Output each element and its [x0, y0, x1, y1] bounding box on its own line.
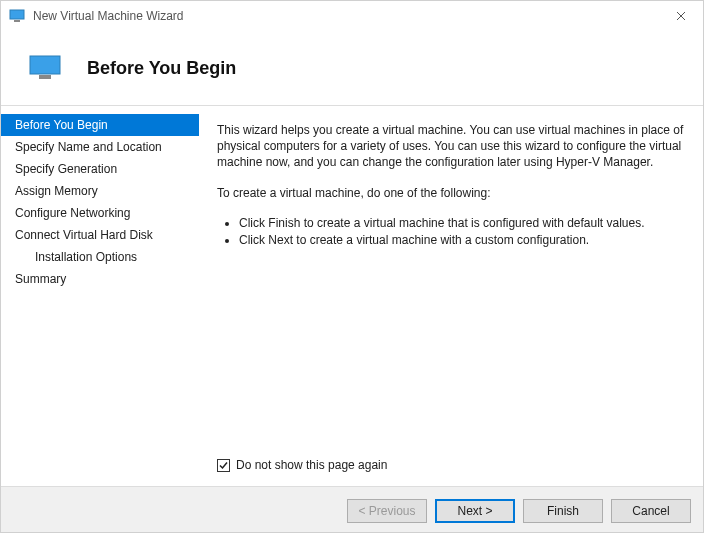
titlebar: New Virtual Machine Wizard	[1, 1, 703, 31]
dont-show-again-label: Do not show this page again	[236, 458, 387, 472]
svg-rect-3	[39, 75, 51, 79]
sidebar: Before You Begin Specify Name and Locati…	[1, 106, 199, 486]
wizard-body: Before You Begin Specify Name and Locati…	[1, 106, 703, 486]
next-button[interactable]: Next >	[435, 499, 515, 523]
dont-show-again-row[interactable]: Do not show this page again	[217, 458, 387, 472]
sidebar-item-before-you-begin[interactable]: Before You Begin	[1, 114, 199, 136]
close-button[interactable]	[658, 1, 703, 31]
intro-text: This wizard helps you create a virtual m…	[217, 122, 685, 171]
sidebar-item-assign-memory[interactable]: Assign Memory	[1, 180, 199, 202]
sidebar-item-specify-name[interactable]: Specify Name and Location	[1, 136, 199, 158]
app-icon	[9, 8, 25, 24]
sidebar-item-configure-networking[interactable]: Configure Networking	[1, 202, 199, 224]
wizard-header: Before You Begin	[1, 31, 703, 106]
previous-button: < Previous	[347, 499, 427, 523]
dont-show-again-checkbox[interactable]	[217, 459, 230, 472]
wizard-header-icon	[29, 55, 61, 81]
option-next: Click Next to create a virtual machine w…	[239, 232, 685, 249]
sidebar-item-summary[interactable]: Summary	[1, 268, 199, 290]
finish-button[interactable]: Finish	[523, 499, 603, 523]
option-finish: Click Finish to create a virtual machine…	[239, 215, 685, 232]
svg-rect-1	[14, 20, 20, 22]
svg-rect-0	[10, 10, 24, 19]
sidebar-item-installation-options[interactable]: Installation Options	[1, 246, 199, 268]
svg-rect-2	[30, 56, 60, 74]
window-title: New Virtual Machine Wizard	[33, 9, 184, 23]
instruction-text: To create a virtual machine, do one of t…	[217, 185, 685, 201]
wizard-footer: < Previous Next > Finish Cancel	[1, 486, 703, 533]
sidebar-item-specify-generation[interactable]: Specify Generation	[1, 158, 199, 180]
content-pane: This wizard helps you create a virtual m…	[199, 106, 703, 486]
sidebar-item-connect-vhd[interactable]: Connect Virtual Hard Disk	[1, 224, 199, 246]
option-list: Click Finish to create a virtual machine…	[239, 215, 685, 250]
page-title: Before You Begin	[87, 58, 236, 79]
cancel-button[interactable]: Cancel	[611, 499, 691, 523]
